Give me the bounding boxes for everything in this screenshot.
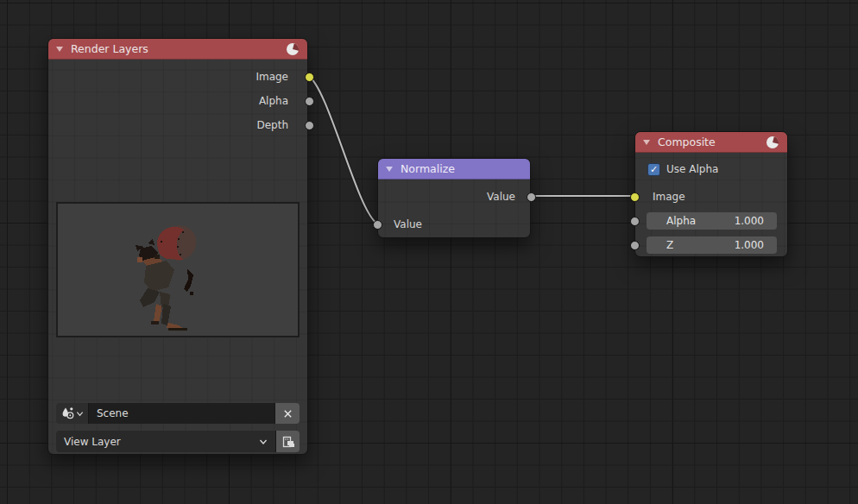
scene-name-field[interactable]: Scene — [89, 403, 275, 424]
socket-input-z[interactable] — [630, 241, 640, 250]
output-row-alpha: Alpha — [48, 89, 307, 113]
socket-output-value[interactable] — [527, 192, 536, 202]
node-title: Render Layers — [71, 42, 148, 55]
collapse-arrow-icon[interactable] — [386, 167, 393, 172]
output-label-alpha: Alpha — [259, 95, 288, 107]
x-icon — [283, 409, 293, 419]
collapse-arrow-icon[interactable] — [56, 47, 63, 52]
node-editor-canvas[interactable]: Render Layers Image Alpha Depth — [0, 0, 858, 504]
output-label-image: Image — [256, 71, 288, 83]
node-normalize[interactable]: Normalize Value Value — [377, 158, 531, 238]
scene-unlink-button[interactable] — [275, 403, 300, 424]
z-field-value: 1.000 — [735, 239, 764, 251]
input-row-image: Image — [635, 185, 787, 209]
z-value-slider[interactable]: Z 1.000 — [647, 236, 777, 254]
render-preview-image — [56, 202, 300, 337]
output-label-depth: Depth — [256, 119, 288, 131]
socket-input-alpha[interactable] — [630, 217, 640, 226]
scene-selector: Scene — [56, 403, 300, 424]
new-view-layer-button[interactable] — [276, 431, 300, 452]
render-result-icon — [286, 42, 300, 56]
alpha-field-value: 1.000 — [735, 215, 764, 227]
input-label-image: Image — [653, 191, 685, 203]
scene-name: Scene — [97, 407, 129, 419]
socket-input-image[interactable] — [630, 192, 640, 202]
alpha-field-label: Alpha — [666, 215, 696, 227]
composite-header[interactable]: Composite — [635, 132, 787, 153]
z-field-label: Z — [666, 239, 673, 251]
input-row-value: Value — [378, 212, 530, 236]
alpha-value-slider[interactable]: Alpha 1.000 — [647, 212, 777, 230]
output-row-value: Value — [378, 185, 530, 209]
socket-output-depth[interactable] — [305, 121, 314, 130]
chevron-down-icon — [259, 438, 268, 446]
view-layer-dropdown[interactable]: View Layer — [56, 431, 276, 452]
use-alpha-checkbox[interactable]: ✓ — [647, 163, 660, 176]
link-image-to-normalize — [308, 76, 377, 224]
node-title: Composite — [658, 135, 716, 148]
node-title: Normalize — [401, 162, 455, 175]
view-layer-icon — [281, 435, 295, 449]
render-layers-header[interactable]: Render Layers — [48, 39, 307, 60]
view-layer-name: View Layer — [64, 436, 121, 448]
normalize-header[interactable]: Normalize — [378, 159, 530, 180]
scene-browse-button[interactable] — [56, 403, 89, 424]
input-label-value: Value — [394, 218, 422, 230]
socket-output-alpha[interactable] — [305, 97, 314, 106]
chevron-down-icon — [76, 410, 84, 418]
collapse-arrow-icon[interactable] — [643, 140, 650, 145]
output-row-image: Image — [48, 65, 307, 89]
render-result-icon — [766, 135, 779, 149]
node-composite[interactable]: Composite ✓ Use Alpha Image Alpha 1.000 … — [634, 131, 788, 257]
checkmark-icon: ✓ — [650, 165, 658, 174]
scene-icon — [61, 406, 75, 420]
node-render-layers[interactable]: Render Layers Image Alpha Depth — [47, 38, 308, 455]
use-alpha-row: ✓ Use Alpha — [635, 159, 787, 180]
use-alpha-label: Use Alpha — [666, 163, 718, 175]
output-label-value: Value — [487, 191, 515, 203]
socket-input-value[interactable] — [373, 220, 382, 230]
output-row-depth: Depth — [48, 113, 307, 137]
socket-output-image[interactable] — [305, 72, 314, 82]
view-layer-selector: View Layer — [56, 431, 300, 452]
